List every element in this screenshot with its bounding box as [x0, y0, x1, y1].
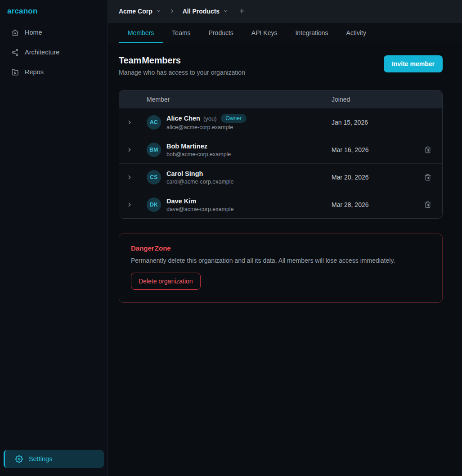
joined-date: Mar 16, 2026	[332, 146, 421, 153]
avatar: AC	[147, 115, 161, 130]
owner-badge: Owner	[221, 114, 247, 123]
delete-organization-button[interactable]: Delete organization	[131, 273, 201, 290]
member-email: bob@acme-corp.example	[166, 151, 332, 157]
member-row[interactable]: CS Carol Singh carol@acme-corp.example M…	[119, 163, 442, 191]
member-name: Bob Martinez	[166, 143, 207, 150]
sidebar-item-label: Architecture	[25, 49, 59, 56]
org-name: Acme Corp	[119, 8, 153, 15]
expand-row-button[interactable]	[126, 174, 135, 180]
page-title: Team Members	[119, 55, 245, 66]
delete-member-button[interactable]	[421, 146, 435, 153]
column-header-joined: Joined	[332, 96, 421, 103]
tab-activity[interactable]: Activity	[337, 22, 375, 43]
members-table-header: Member Joined	[119, 90, 442, 108]
page-subtitle: Manage who has access to your organizati…	[119, 69, 245, 76]
expand-row-button[interactable]	[126, 119, 135, 126]
chevron-right-icon	[126, 174, 133, 180]
chevron-right-icon	[169, 8, 175, 14]
delete-member-button[interactable]	[421, 174, 435, 181]
main-area: Acme Corp All Products Members Teams Pro…	[108, 0, 462, 476]
sidebar-item-repos[interactable]: Repos	[4, 64, 104, 80]
sidebar-footer: Settings	[0, 450, 108, 476]
add-product-button[interactable]	[238, 8, 245, 14]
chevron-down-icon	[223, 8, 229, 14]
chevron-right-icon	[126, 147, 133, 153]
member-info: Carol Singh carol@acme-corp.example	[166, 170, 332, 185]
expand-row-button[interactable]	[126, 202, 135, 208]
gear-icon	[15, 455, 23, 463]
page-header: Team Members Manage who has access to yo…	[119, 55, 443, 76]
danger-zone-title: Danger Zone	[131, 244, 431, 252]
chevron-right-icon	[126, 202, 133, 208]
joined-date: Mar 20, 2026	[332, 174, 421, 181]
architecture-icon	[11, 48, 19, 56]
column-header-member: Member	[147, 96, 332, 103]
home-icon	[11, 28, 19, 36]
product-switcher[interactable]: All Products	[183, 8, 229, 15]
trash-icon	[424, 201, 431, 208]
member-name: Alice Chen	[166, 115, 200, 122]
member-row[interactable]: AC Alice Chen (you) Owner alice@acme-cor…	[119, 108, 442, 136]
trash-icon	[424, 174, 431, 181]
joined-date: Mar 28, 2026	[332, 201, 421, 208]
trash-icon	[424, 146, 431, 153]
tab-teams[interactable]: Teams	[163, 22, 199, 43]
joined-date: Jan 15, 2026	[332, 119, 421, 126]
member-info: Bob Martinez bob@acme-corp.example	[166, 143, 332, 157]
tab-api-keys[interactable]: API Keys	[242, 22, 287, 43]
member-row[interactable]: DK Dave Kim dave@acme-corp.example Mar 2…	[119, 191, 442, 218]
sidebar-item-label: Settings	[29, 455, 52, 463]
avatar: CS	[147, 170, 161, 184]
sidebar-item-architecture[interactable]: Architecture	[4, 44, 104, 60]
chevron-down-icon	[156, 8, 161, 14]
expand-row-button[interactable]	[126, 147, 135, 153]
sidebar-nav: Home Architecture Repos	[0, 22, 108, 83]
member-name: Dave Kim	[166, 198, 196, 205]
avatar: BM	[147, 143, 161, 157]
topbar: Acme Corp All Products	[108, 0, 462, 22]
avatar: DK	[147, 198, 161, 212]
sidebar-item-label: Home	[25, 29, 42, 36]
member-name: Carol Singh	[166, 170, 203, 177]
tab-members[interactable]: Members	[119, 22, 163, 43]
product-scope: All Products	[183, 8, 220, 15]
chevron-right-icon	[126, 119, 133, 126]
member-info: Dave Kim dave@acme-corp.example	[166, 198, 332, 212]
app-window: arcanon Home Architecture Repos Settings…	[0, 0, 462, 476]
member-email: carol@acme-corp.example	[166, 179, 332, 185]
plus-icon	[238, 8, 245, 14]
danger-zone-description: Permanently delete this organization and…	[131, 257, 431, 264]
content: Team Members Manage who has access to yo…	[108, 43, 462, 476]
tabbar: Members Teams Products API Keys Integrat…	[108, 22, 462, 43]
member-email: dave@acme-corp.example	[166, 206, 332, 212]
danger-zone: Danger Zone Permanently delete this orga…	[119, 234, 443, 303]
member-row[interactable]: BM Bob Martinez bob@acme-corp.example Ma…	[119, 136, 442, 163]
tab-integrations[interactable]: Integrations	[286, 22, 337, 43]
app-logo: arcanon	[0, 0, 108, 22]
sidebar-item-home[interactable]: Home	[4, 24, 104, 40]
sidebar-item-settings[interactable]: Settings	[4, 450, 104, 468]
tab-products[interactable]: Products	[200, 22, 242, 43]
members-table-body: AC Alice Chen (you) Owner alice@acme-cor…	[119, 108, 442, 218]
invite-member-button[interactable]: Invite member	[384, 55, 443, 72]
member-email: alice@acme-corp.example	[166, 124, 332, 130]
member-info: Alice Chen (you) Owner alice@acme-corp.e…	[166, 114, 332, 130]
sidebar: arcanon Home Architecture Repos Settings	[0, 0, 108, 476]
you-label: (you)	[203, 115, 217, 122]
org-switcher[interactable]: Acme Corp	[119, 8, 161, 15]
repos-icon	[11, 68, 19, 76]
delete-member-button[interactable]	[421, 201, 435, 208]
sidebar-item-label: Repos	[25, 68, 44, 76]
members-table: Member Joined AC Alice Chen (you) Owner …	[119, 90, 443, 219]
